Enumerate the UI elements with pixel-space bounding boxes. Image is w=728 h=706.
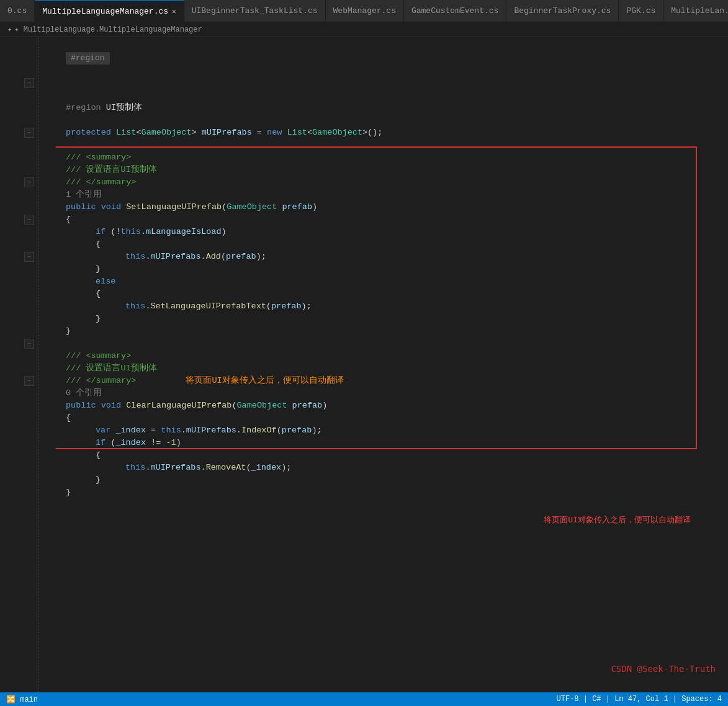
code-line: #region UI预制体	[66, 102, 728, 114]
status-right: UTF-8 | C# | Ln 47, Col 1 | Spaces: 4	[557, 695, 722, 704]
tab-close-icon[interactable]: ✕	[172, 7, 176, 16]
code-line	[66, 77, 728, 89]
collapse-else-1[interactable]: −	[0, 251, 37, 263]
code-line: {	[66, 213, 728, 226]
tab-gamecustomevent[interactable]: GameCustomEvent.cs	[404, 0, 506, 22]
code-line: {	[66, 449, 728, 462]
code-line	[66, 337, 728, 350]
code-line-method2: public void ClearLanguageUIPrefab(GameOb…	[66, 400, 728, 412]
code-line: {	[66, 238, 728, 251]
code-line: /// 设置语言UI预制体	[66, 362, 728, 375]
collapse-region-1[interactable]: −	[0, 77, 37, 89]
status-bar: 🔀 main UTF-8 | C# | Ln 47, Col 1 | Space…	[0, 692, 728, 706]
code-line: this.SetLanguageUIPrefabText(prefab);	[66, 300, 728, 313]
collapse-region-2[interactable]: −	[0, 127, 37, 139]
tooltip-annotation: 将页面UI对象传入之后，便可以自动翻译	[544, 514, 691, 526]
tab-bar: 0.cs MultipleLanguageManager.cs ✕ UIBegi…	[0, 0, 728, 22]
code-editor[interactable]: 将页面UI对象传入之后，便可以自动翻译 #region #region UI预制…	[56, 37, 728, 692]
code-line	[66, 40, 728, 52]
code-line-summary2: /// <summary>	[66, 350, 728, 362]
code-line: if (!this.mLanguageIsLoad)	[66, 226, 728, 238]
code-line-refs1: 1 个引用	[66, 189, 728, 201]
tab-beginnertaskproxy[interactable]: BeginnerTaskProxy.cs	[506, 0, 619, 22]
code-line-method1: public void SetLanguageUIPrefab(GameObje…	[66, 201, 728, 213]
collapse-if-1[interactable]: −	[0, 213, 37, 226]
tab-0cs[interactable]: 0.cs	[0, 0, 35, 22]
tab-multiplelan[interactable]: MultipleLan...	[663, 0, 728, 22]
watermark: CSDN @Seek-The-Truth	[611, 663, 716, 675]
editor-area: − − − − − −	[0, 37, 728, 692]
code-line-refs2: 0 个引用	[66, 387, 728, 400]
code-line: }	[66, 263, 728, 275]
tab-uibeginnertask[interactable]: UIBeginnerTask_TaskList.cs	[184, 0, 326, 22]
code-line: else	[66, 275, 728, 288]
tab-pgk[interactable]: PGK.cs	[619, 0, 663, 22]
code-line: #region	[66, 52, 728, 65]
code-line: }	[66, 474, 728, 486]
code-line: }	[66, 486, 728, 499]
region-collapsed[interactable]: #region	[66, 52, 110, 65]
code-line: protected List<GameObject> mUIPrefabs = …	[66, 127, 728, 139]
code-line: if (_index != -1)	[66, 437, 728, 449]
code-line: this.mUIPrefabs.RemoveAt(_index);	[66, 462, 728, 474]
collapse-if-2[interactable]: −	[0, 375, 37, 387]
collapse-method-2[interactable]: −	[0, 337, 37, 350]
code-line-summary1: /// <summary>	[66, 151, 728, 164]
code-line	[66, 89, 728, 102]
code-line: }	[66, 325, 728, 337]
tab-multiplelanguagemanager[interactable]: MultipleLanguageManager.cs ✕	[35, 0, 184, 22]
code-line: {	[66, 412, 728, 424]
tooltip-text: 将页面UI对象传入之后，便可以自动翻译	[186, 375, 343, 387]
code-line: {	[66, 288, 728, 300]
status-left: 🔀 main	[6, 695, 38, 704]
code-line	[66, 65, 728, 77]
collapse-gutter: − − − − − −	[0, 37, 37, 692]
collapse-method-1[interactable]: −	[0, 176, 37, 189]
code-line: /// 设置语言UI预制体	[66, 164, 728, 176]
code-line-endsummary2: /// </summary> 将页面UI对象传入之后，便可以自动翻译	[66, 375, 728, 387]
line-numbers	[37, 37, 56, 692]
code-line: var _index = this.mUIPrefabs.IndexOf(pre…	[66, 424, 728, 437]
code-line: }	[66, 313, 728, 325]
code-line-endsummary1: /// </summary>	[66, 176, 728, 189]
breadcrumb: ✦ ✦ MultipleLanguage.MultipleLanguageMan…	[0, 22, 728, 37]
code-line	[66, 114, 728, 127]
tab-webmanager[interactable]: WebManager.cs	[326, 0, 404, 22]
code-line: this.mUIPrefabs.Add(prefab);	[66, 251, 728, 263]
code-line	[66, 139, 728, 151]
